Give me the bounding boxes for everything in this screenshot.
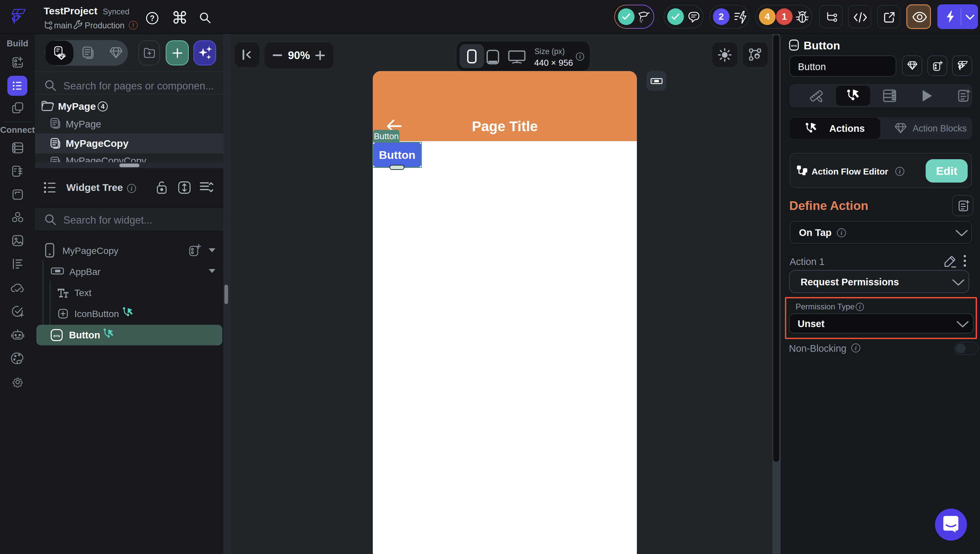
svg-text:BTN: BTN xyxy=(53,334,60,338)
svg-text:BTN: BTN xyxy=(791,45,797,47)
